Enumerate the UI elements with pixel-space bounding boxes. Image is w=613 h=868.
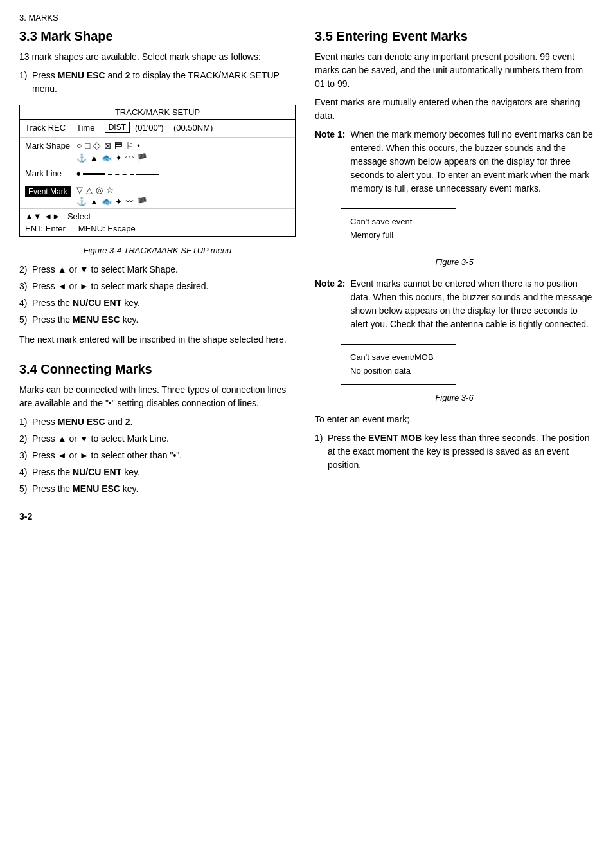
step-2: Press ▲ or ▼ to select Mark Shape.: [19, 263, 296, 276]
sym-arrow-up2: ▲: [90, 197, 98, 206]
track-mark-setup-box: TRACK/MARK SETUP Track REC Time DIST (01…: [19, 105, 296, 237]
note-2-label: Note 2:: [315, 277, 345, 331]
sym-bird2: ✦: [115, 197, 122, 206]
sym-flaglike: ⛿: [114, 141, 123, 150]
event-mark-label-cell: Event Mark: [25, 185, 76, 196]
sym-x-box: ⊠: [104, 141, 111, 150]
note-1-text: When the mark memory becomes full no eve…: [350, 128, 594, 195]
note-1-content: Note 1: When the mark memory becomes ful…: [315, 128, 594, 195]
event-mark-content: ▽ △ ◎ ☆ ⚓ ▲ 🐟 ✦ 〰 🏴: [76, 185, 290, 206]
mark-line-row: Mark Line •: [20, 165, 295, 183]
sym-tri: △: [86, 185, 93, 195]
mark-line-content: •: [76, 167, 290, 181]
figure-3-4-caption: Figure 3-4 TRACK/MARK SETUP menu: [19, 246, 296, 255]
enter-event-step-1: Press the EVENT MOB key less than three …: [315, 431, 594, 472]
sym-diamond: ◇: [93, 140, 101, 151]
sym-wave2: 〰: [125, 197, 134, 206]
page-number: 3-2: [19, 511, 296, 521]
setup-nav: ▲▼ ◄► : Select: [20, 209, 295, 224]
track-rec-label: Track REC: [25, 122, 76, 132]
nav-menu: MENU: Escape: [78, 224, 136, 233]
note-2-content: Note 2: Event marks cannot be entered wh…: [315, 277, 594, 331]
section-33-steps-rest: Press ▲ or ▼ to select Mark Shape. Press…: [19, 263, 296, 327]
page-header: 3. MARKS: [19, 13, 594, 23]
section-34-steps: Press MENU ESC and 2. Press ▲ or ▼ to se…: [19, 415, 296, 496]
sym-anchor2: ⚓: [76, 197, 87, 206]
sym-star: ☆: [106, 185, 114, 195]
sym-square: □: [85, 141, 90, 150]
section-33-intro: 13 mark shapes are available. Select mar…: [19, 50, 296, 64]
mark-shape-symbols-row2: ⚓ ▲ 🐟 ✦ 〰 🏴: [76, 153, 290, 163]
sym-flaglike2: ⚐: [126, 141, 134, 150]
enter-event-steps: Press the EVENT MOB key less than three …: [315, 431, 594, 472]
line-dashed: [108, 174, 134, 175]
figure-5-line1: Can't save event: [350, 215, 447, 229]
section-34: 3.4 Connecting Marks Marks can be connec…: [19, 362, 296, 496]
figure-6-box: Can't save event/MOB No position data: [341, 344, 456, 385]
left-column: 3.3 Mark Shape 13 mark shapes are availa…: [19, 29, 296, 521]
note-2-text: Event marks cannot be entered when there…: [350, 277, 594, 331]
note-1-block: Note 1: When the mark memory becomes ful…: [315, 128, 594, 268]
time-value: (01'00"): [135, 123, 164, 132]
mark-line-label: Mark Line: [25, 167, 76, 178]
sym-fish2: 🐟: [102, 197, 112, 206]
event-mark-symbols-row2: ⚓ ▲ 🐟 ✦ 〰 🏴: [76, 197, 290, 206]
section-33-heading: 3.3 Mark Shape: [19, 29, 296, 44]
section-33-steps: Press MENU ESC and 2 to display the TRAC…: [19, 69, 296, 96]
sym-target: ◎: [96, 185, 103, 195]
sym-dot-small: •: [137, 141, 140, 150]
note-1-label: Note 1:: [315, 128, 345, 195]
line-solid: [83, 173, 105, 175]
sym-flag-solid: 🏴: [137, 153, 147, 163]
nav-enter: ENT: Enter: [25, 224, 66, 233]
figure-6-line2: No position data: [350, 365, 447, 378]
section-33: 3.3 Mark Shape 13 mark shapes are availa…: [19, 29, 296, 347]
mark-shape-row: Mark Shape ○ □ ◇ ⊠ ⛿ ⚐ • ⚓: [20, 138, 295, 165]
setup-nav2: ENT: Enter MENU: Escape: [20, 224, 295, 236]
track-rec-row: Track REC Time DIST (01'00") (00.50NM): [20, 120, 295, 138]
section-33-after: The next mark entered will be inscribed …: [19, 333, 296, 347]
s34-step-2: Press ▲ or ▼ to select Mark Line.: [19, 432, 296, 446]
step-1: Press MENU ESC and 2 to display the TRAC…: [19, 69, 296, 96]
step-3: Press ◄ or ► to select mark shape desire…: [19, 280, 296, 293]
s34-step-1: Press MENU ESC and 2.: [19, 415, 296, 429]
track-rec-content: Time DIST (01'00") (00.50NM): [76, 122, 290, 133]
s34-step-5: Press the MENU ESC key.: [19, 482, 296, 496]
step-4: Press the NU/CU ENT key.: [19, 296, 296, 310]
figure-5-box: Can't save event Memory full: [341, 208, 456, 249]
sym-anchor: ⚓: [76, 153, 87, 163]
mark-shape-symbols-row1: ○ □ ◇ ⊠ ⛿ ⚐ •: [76, 140, 290, 151]
sym-down-tri: ▽: [76, 185, 83, 195]
setup-title: TRACK/MARK SETUP: [20, 105, 295, 120]
event-mark-label: Event Mark: [25, 186, 71, 197]
line-dot: •: [76, 167, 80, 181]
figure-5-caption: Figure 3-5: [315, 256, 594, 269]
sym-wave: 〰: [125, 153, 134, 163]
s34-step-4: Press the NU/CU ENT key.: [19, 466, 296, 479]
section-34-intro: Marks can be connected with lines. Three…: [19, 383, 296, 410]
section-35-heading: 3.5 Entering Event Marks: [315, 29, 594, 44]
line-long: [136, 174, 159, 175]
figure-6-caption: Figure 3-6: [315, 392, 594, 404]
section-35-intro1: Event marks can denote any important pre…: [315, 50, 594, 91]
section-35: 3.5 Entering Event Marks Event marks can…: [315, 29, 594, 472]
time-label: Time: [76, 123, 94, 132]
sym-flag-solid2: 🏴: [137, 197, 147, 206]
nav-arrows: ▲▼ ◄► : Select: [25, 212, 91, 221]
figure-5-line2: Memory full: [350, 229, 447, 242]
sym-circle: ○: [76, 140, 82, 150]
event-mark-symbols-row1: ▽ △ ◎ ☆: [76, 185, 290, 195]
enter-event-intro: To enter an event mark;: [315, 413, 594, 426]
right-column: 3.5 Entering Event Marks Event marks can…: [315, 29, 594, 521]
s34-step-3: Press ◄ or ► to select other than "•".: [19, 449, 296, 462]
section-35-intro2: Event marks are mutually entered when th…: [315, 96, 594, 123]
dist-value: (00.50NM): [173, 123, 213, 132]
step-5: Press the MENU ESC key.: [19, 313, 296, 327]
section-34-heading: 3.4 Connecting Marks: [19, 362, 296, 377]
sym-arrow-up: ▲: [90, 153, 98, 163]
dist-label: DIST: [105, 122, 130, 133]
mark-shape-label: Mark Shape: [25, 140, 76, 150]
figure-6-line1: Can't save event/MOB: [350, 351, 447, 365]
mark-shape-content: ○ □ ◇ ⊠ ⛿ ⚐ • ⚓ ▲ 🐟 ✦: [76, 140, 290, 163]
note-2-block: Note 2: Event marks cannot be entered wh…: [315, 277, 594, 404]
